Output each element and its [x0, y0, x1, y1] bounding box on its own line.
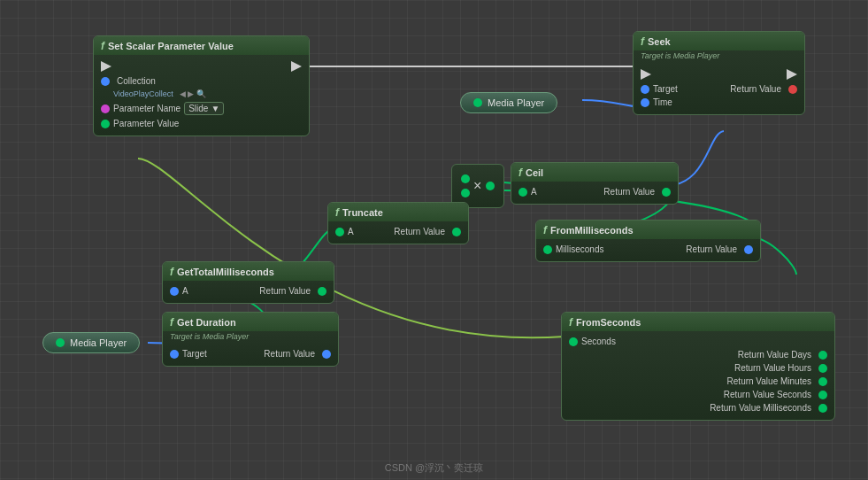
ceil-title: Ceil	[526, 167, 543, 178]
param-value-label: Parameter Value	[113, 119, 179, 128]
param-name-value: Slide	[188, 104, 208, 113]
from-seconds-secs2-label: Return Value Seconds	[724, 390, 811, 399]
from-seconds-hours-label: Return Value Hours	[734, 363, 811, 373]
collection-icons: ◀ ▶ 🔍	[180, 89, 206, 98]
multiply-out	[486, 182, 495, 190]
ceil-header: f Ceil	[511, 163, 678, 182]
get-duration-body: Target Return Value	[163, 344, 338, 366]
param-name-row: Parameter Name Slide ▼	[101, 100, 302, 117]
from-ms-node: f FromMilliseconds Milliseconds Return V…	[535, 220, 761, 262]
truncate-a-label: A	[348, 227, 354, 236]
from-seconds-body: Seconds Return Value Days Return Value H…	[562, 331, 834, 420]
media-player-bottom-label: Media Player	[70, 337, 127, 348]
seek-return-pin	[788, 85, 797, 94]
get-duration-node: f Get Duration Target is Media Player Ta…	[162, 312, 339, 367]
truncate-a-row: A Return Value	[335, 225, 461, 238]
seek-target-row: Target Return Value	[641, 82, 797, 96]
seek-body: Target Return Value Time	[634, 63, 804, 114]
truncate-return-group: Return Value	[390, 227, 461, 236]
from-seconds-seconds-pin	[569, 337, 578, 346]
from-seconds-secs-row: Seconds	[569, 335, 827, 348]
seek-func-icon: f	[641, 35, 644, 48]
ceil-a-pin	[518, 188, 527, 197]
seek-header: f Seek	[634, 32, 804, 50]
truncate-return-label: Return Value	[394, 227, 445, 236]
collection-pin	[101, 77, 110, 86]
exec-in-pin	[101, 61, 111, 72]
get-total-ms-a-row: A Return Value	[170, 284, 326, 298]
set-scalar-param-node: f Set Scalar Parameter Value Collection …	[93, 35, 310, 136]
multiply-in-top	[461, 174, 470, 183]
set-scalar-param-body: Collection VideoPlayCollect ◀ ▶ 🔍 Parame…	[94, 55, 309, 135]
from-ms-return-pin	[744, 245, 753, 254]
seek-exec-row	[641, 66, 797, 82]
from-seconds-secs2-row: Return Value Seconds	[569, 388, 827, 401]
from-ms-header: f FromMilliseconds	[536, 221, 760, 239]
from-seconds-secs2-pin	[818, 391, 827, 399]
get-total-ms-node: f GetTotalMilliseconds A Return Value	[162, 261, 334, 304]
from-seconds-header: f FromSeconds	[562, 313, 834, 331]
media-player-btn-bottom[interactable]: Media Player	[42, 332, 140, 353]
get-duration-return-group: Return Value	[260, 349, 331, 359]
seek-return-group: Return Value	[726, 84, 797, 94]
get-total-ms-icon: f	[170, 266, 173, 278]
truncate-title: Truncate	[342, 207, 383, 218]
seek-time-pin	[641, 98, 649, 107]
get-total-ms-title: GetTotalMilliseconds	[177, 267, 274, 277]
multiply-in-bottom	[461, 189, 470, 197]
from-seconds-mins-row: Return Value Minutes	[569, 375, 827, 388]
from-seconds-hours-row: Return Value Hours	[569, 361, 827, 375]
truncate-node: f Truncate A Return Value	[327, 202, 469, 244]
get-total-ms-return-pin	[318, 287, 326, 296]
seek-time-label: Time	[653, 97, 672, 107]
from-seconds-seconds-label: Seconds	[581, 337, 616, 346]
param-value-row: Parameter Value	[101, 117, 302, 130]
collection-value: VideoPlayCollect	[113, 89, 173, 98]
get-total-ms-return-group: Return Value	[256, 286, 326, 296]
watermark: CSDN @浮沉丶奕迁琼	[385, 461, 483, 475]
ceil-func-icon: f	[518, 166, 522, 179]
from-seconds-node: f FromSeconds Seconds Return Value Days …	[561, 312, 835, 421]
ceil-return-pin	[662, 188, 671, 197]
get-total-ms-header: f GetTotalMilliseconds	[163, 262, 334, 281]
get-total-ms-return-label: Return Value	[259, 286, 311, 296]
seek-target-label: Target	[653, 84, 678, 94]
from-ms-return-group: Return Value	[682, 244, 753, 254]
video-play-row: VideoPlayCollect ◀ ▶ 🔍	[101, 88, 302, 100]
ceil-return-group: Return Value	[600, 187, 671, 197]
from-seconds-ms-label: Return Value Milliseconds	[710, 403, 811, 413]
get-duration-title: Get Duration	[177, 317, 236, 328]
from-seconds-days-row: Return Value Days	[569, 348, 827, 361]
set-scalar-param-header: f Set Scalar Parameter Value	[94, 36, 309, 55]
seek-return-label: Return Value	[730, 84, 781, 94]
param-name-dropdown[interactable]: Slide ▼	[184, 102, 224, 115]
truncate-func-icon: f	[335, 206, 339, 219]
from-ms-return-label: Return Value	[686, 244, 737, 254]
media-player-btn-top[interactable]: Media Player	[460, 92, 557, 113]
from-seconds-hours-pin	[818, 364, 827, 373]
ceil-return-label: Return Value	[603, 187, 655, 197]
param-value-pin	[101, 120, 110, 128]
ceil-node: f Ceil A Return Value	[511, 162, 679, 205]
seek-title: Seek	[648, 36, 671, 47]
param-name-label: Parameter Name	[113, 104, 181, 113]
seek-exec-in	[641, 69, 651, 80]
from-seconds-ms-group: Return Value Milliseconds	[706, 403, 827, 413]
seek-exec-out	[787, 69, 797, 80]
get-duration-target-row: Target Return Value	[170, 347, 331, 360]
get-duration-icon: f	[170, 316, 173, 329]
exec-out-pin	[291, 61, 302, 72]
from-ms-title: FromMilliseconds	[550, 225, 634, 236]
from-ms-row: Milliseconds Return Value	[543, 243, 753, 256]
from-ms-body: Milliseconds Return Value	[536, 239, 760, 261]
collection-row: Collection	[101, 74, 302, 88]
from-seconds-mins-pin	[818, 377, 827, 386]
get-duration-return-pin	[322, 350, 331, 359]
from-seconds-mins-group: Return Value Minutes	[724, 376, 827, 386]
get-duration-target-label: Target	[182, 349, 207, 359]
exec-row	[101, 58, 302, 74]
from-ms-pin	[543, 245, 552, 254]
multiply-pins-in	[461, 174, 470, 197]
truncate-return-pin	[452, 228, 461, 236]
get-duration-target-pin	[170, 350, 179, 359]
